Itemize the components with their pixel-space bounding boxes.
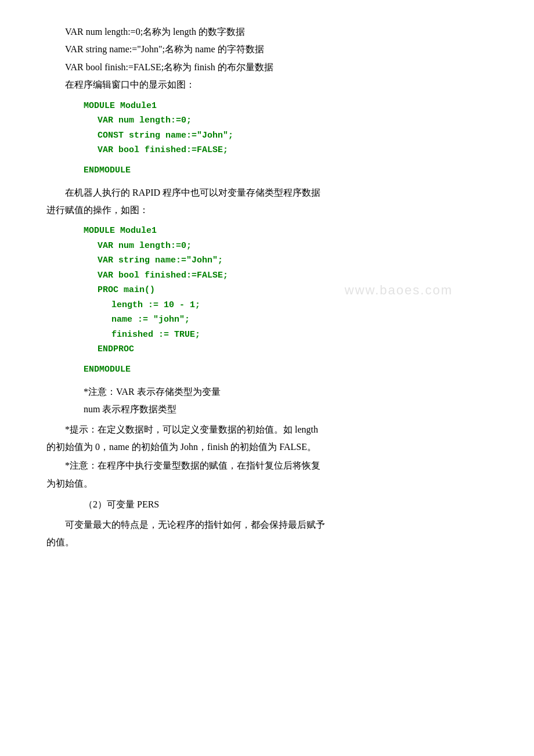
code-block-1: MODULE Module1 VAR num length:=0; CONST … <box>84 99 488 158</box>
cb2-endproc: ENDPROC <box>84 342 488 357</box>
section-pers: （2）可变量 PERS <box>84 496 488 513</box>
cb2-var-num: VAR num length:=0; <box>84 239 488 254</box>
para-pers-desc: 可变量最大的特点是，无论程序的指针如何，都会保持最后赋予 的值。 <box>46 516 488 552</box>
cb2-var-bool: VAR bool finished:=FALSE; <box>84 268 488 283</box>
code-line-var-bool-1: VAR bool finished:=FALSE; <box>84 143 488 158</box>
cb2-module: MODULE Module1 <box>84 224 488 239</box>
code-block-2-wrapper: MODULE Module1 VAR num length:=0; VAR st… <box>46 224 488 357</box>
cb2-proc-main: PROC main() <box>84 283 488 298</box>
cb2-finished-assign: finished := TRUE; <box>84 327 488 343</box>
cb2-length-assign: length := 10 - 1; <box>84 298 488 313</box>
line-display-intro: 在程序编辑窗口中的显示如图： <box>65 76 488 93</box>
para-note2: *注意：在程序中执行变量型数据的赋值，在指针复位后将恢复 为初始值。 <box>46 457 488 492</box>
code-block-2: MODULE Module1 VAR num length:=0; VAR st… <box>84 224 488 357</box>
endmodule-1: ENDMODULE <box>84 163 488 178</box>
endmodule-2: ENDMODULE <box>84 362 488 377</box>
line-var-bool: VAR bool finish:=FALSE;名称为 finish 的布尔量数据 <box>65 59 488 76</box>
note-num: num 表示程序数据类型 <box>84 401 488 418</box>
para-tip: *提示：在定义数据时，可以定义变量数据的初始值。如 length 的初始值为 0… <box>46 421 488 456</box>
code-line-var-num: VAR num length:=0; <box>84 113 488 128</box>
line-var-num: VAR num length:=0;名称为 length 的数字数据 <box>65 23 488 41</box>
code-line-const-string: CONST string name:="John"; <box>84 128 488 143</box>
note-var: *注意：VAR 表示存储类型为变量 <box>84 383 488 401</box>
cb2-name-assign: name := "john"; <box>84 312 488 327</box>
code-line-module1: MODULE Module1 <box>84 99 488 114</box>
line-var-string: VAR string name:="John";名称为 name 的字符数据 <box>65 41 488 58</box>
cb2-var-string: VAR string name:="John"; <box>84 253 488 268</box>
para-rapid-intro: 在机器人执行的 RAPID 程序中也可以对变量存储类型程序数据 进行赋值的操作，… <box>46 184 488 219</box>
page-content: VAR num length:=0;名称为 length 的数字数据 VAR s… <box>46 23 488 551</box>
